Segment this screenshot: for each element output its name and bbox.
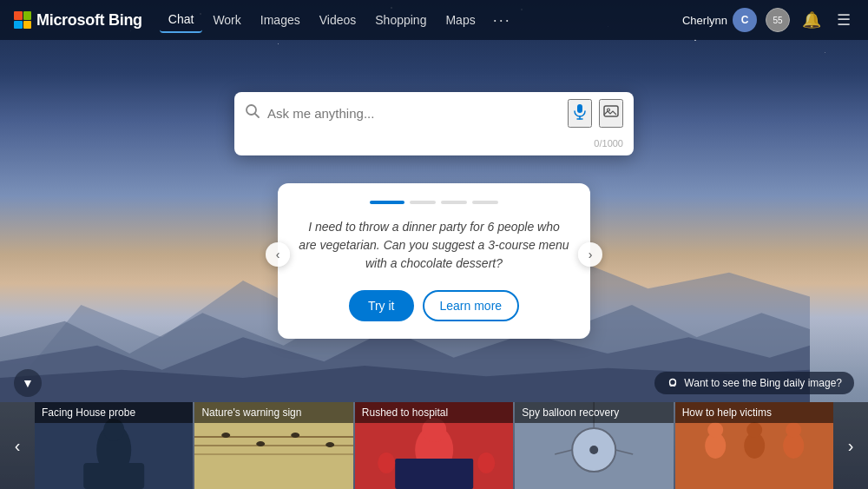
news-card-1[interactable]: Facing House probe xyxy=(35,402,193,489)
logo[interactable]: Microsoft Bing xyxy=(14,11,142,30)
news-prev-button[interactable]: ‹ xyxy=(0,402,35,489)
nav-link-shopping[interactable]: Shopping xyxy=(366,8,435,32)
svg-rect-6 xyxy=(577,104,582,113)
brand-name: Microsoft Bing xyxy=(36,11,142,30)
svg-point-23 xyxy=(326,442,335,447)
search-input-row xyxy=(234,92,634,135)
collapse-icon: ▼ xyxy=(22,376,34,390)
news-card-5[interactable]: How to help victims xyxy=(675,402,833,489)
search-icon xyxy=(245,103,260,123)
dot-2 xyxy=(410,201,436,204)
user-initials: C xyxy=(741,14,749,26)
reward-badge[interactable]: 55 xyxy=(766,8,790,32)
prompt-text: I need to throw a dinner party for 6 peo… xyxy=(299,218,569,273)
news-card-3[interactable]: Rushed to hospital xyxy=(355,402,513,489)
bottom-section: ▼ Want to see the Bing daily image? ‹ xyxy=(0,366,868,489)
user-avatar: C xyxy=(733,8,757,32)
dot-4 xyxy=(472,201,498,204)
news-card-2-title: Nature's warning sign xyxy=(194,402,352,423)
news-next-button[interactable]: › xyxy=(833,402,868,489)
svg-point-38 xyxy=(707,422,723,438)
news-cards: Facing House probe N xyxy=(35,402,833,489)
nav-link-videos[interactable]: Videos xyxy=(311,8,365,32)
nav-link-work[interactable]: Work xyxy=(204,8,249,32)
prompt-next-button[interactable]: › xyxy=(578,242,602,267)
news-card-2[interactable]: Nature's warning sign xyxy=(194,402,352,489)
svg-line-5 xyxy=(255,114,259,117)
logo-square-yellow xyxy=(23,21,32,30)
prompt-indicator-dots xyxy=(299,201,569,204)
news-card-5-title: How to help victims xyxy=(675,402,833,423)
main-content: 0/1000 ‹ I need to throw a dinner party … xyxy=(0,40,868,339)
news-strip: ‹ Facing House probe xyxy=(0,402,868,489)
svg-rect-27 xyxy=(395,459,473,489)
nav-links: Chat Work Images Videos Shopping Maps ··… xyxy=(160,7,518,33)
collapse-button[interactable]: ▼ xyxy=(14,369,42,397)
svg-rect-15 xyxy=(83,463,144,489)
prompt-card: I need to throw a dinner party for 6 peo… xyxy=(278,183,590,339)
logo-square-red xyxy=(14,11,23,20)
search-container: 0/1000 xyxy=(234,92,634,155)
learn-more-button[interactable]: Learn more xyxy=(423,290,520,321)
svg-point-22 xyxy=(292,433,300,438)
daily-image-label: Want to see the Bing daily image? xyxy=(684,377,842,389)
dot-1 xyxy=(370,201,404,204)
try-it-button[interactable]: Try it xyxy=(349,290,414,321)
prompt-prev-button[interactable]: ‹ xyxy=(266,242,290,267)
prompt-actions: Try it Learn more xyxy=(299,290,569,321)
nav-link-images[interactable]: Images xyxy=(252,8,309,32)
char-count: 0/1000 xyxy=(594,138,623,149)
svg-point-40 xyxy=(746,422,762,438)
daily-image-button[interactable]: Want to see the Bing daily image? xyxy=(654,372,854,394)
news-card-4-title: Spy balloon recovery xyxy=(515,402,673,423)
svg-point-42 xyxy=(786,422,801,438)
navbar: Microsoft Bing Chat Work Images Videos S… xyxy=(0,0,868,40)
news-card-3-title: Rushed to hospital xyxy=(355,402,513,423)
logo-square-green xyxy=(23,11,32,20)
prompt-card-wrapper: ‹ I need to throw a dinner party for 6 p… xyxy=(278,169,590,339)
logo-square-blue xyxy=(14,21,23,30)
svg-point-21 xyxy=(257,441,266,446)
nav-right-section: Cherlynn C 55 🔔 ☰ xyxy=(682,8,854,32)
nav-link-maps[interactable]: Maps xyxy=(437,8,483,32)
nav-link-chat[interactable]: Chat xyxy=(160,7,203,33)
search-input[interactable] xyxy=(267,106,561,121)
svg-point-29 xyxy=(477,453,495,473)
hamburger-menu-icon[interactable]: ☰ xyxy=(833,9,854,31)
bottom-controls: ▼ Want to see the Bing daily image? xyxy=(0,366,868,402)
news-card-4[interactable]: Spy balloon recovery xyxy=(515,402,673,489)
user-section[interactable]: Cherlynn C xyxy=(682,8,757,32)
more-nav-button[interactable]: ··· xyxy=(486,8,518,33)
dot-3 xyxy=(441,201,467,204)
microsoft-logo xyxy=(14,11,31,29)
location-icon xyxy=(667,377,679,389)
mic-button[interactable] xyxy=(568,99,592,128)
svg-point-28 xyxy=(378,453,395,473)
news-card-1-title: Facing House probe xyxy=(35,402,193,423)
svg-point-32 xyxy=(589,446,598,454)
reward-count: 55 xyxy=(773,16,782,25)
user-name: Cherlynn xyxy=(682,14,727,27)
svg-point-20 xyxy=(222,433,231,438)
search-bottom-row: 0/1000 xyxy=(234,135,634,155)
image-search-button[interactable] xyxy=(599,99,623,128)
notification-bell-icon[interactable]: 🔔 xyxy=(799,9,825,31)
